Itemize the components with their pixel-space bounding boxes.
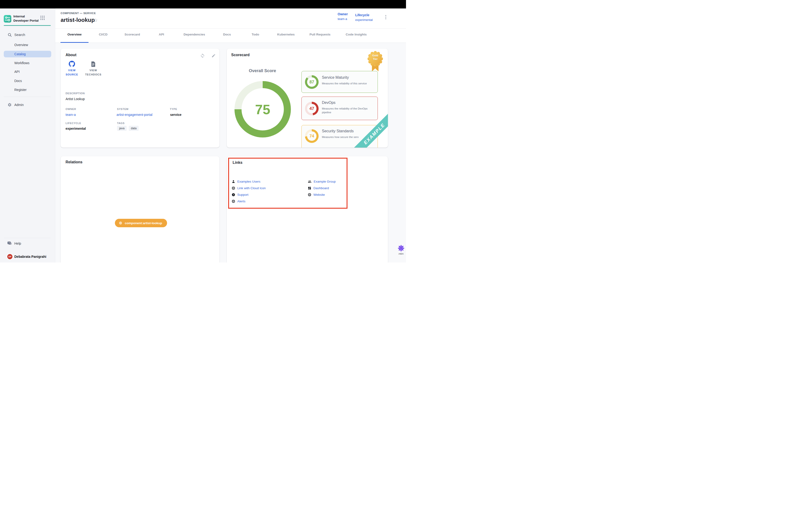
tag-chip[interactable]: java (117, 126, 127, 131)
devops-score: 47 (307, 104, 317, 113)
tag-chip[interactable]: data (129, 126, 139, 131)
sidebar-item-docs[interactable]: Docs (14, 79, 22, 83)
avatar-initials: DP (9, 255, 12, 258)
help-chat-icon: ? (7, 241, 12, 245)
document-icon (90, 61, 96, 67)
tab-todo[interactable]: Todo (251, 33, 259, 36)
search-icon (8, 33, 12, 37)
scorecard-title: Scorecard (231, 53, 249, 57)
aida-widget[interactable]: AIDA (397, 245, 405, 255)
overall-score-value: 75 (242, 88, 284, 131)
breadcrumb: COMPONENT — SERVICE (61, 12, 96, 15)
owner-value-link[interactable]: team-a (338, 17, 347, 21)
page-title: artist-lookup (61, 17, 95, 23)
sidebar-divider (4, 96, 51, 97)
owner-label: Owner (338, 12, 348, 16)
owner-block: Owner team-a (338, 12, 348, 21)
relations-title: Relations (65, 160, 82, 164)
svg-text:?: ? (9, 242, 10, 244)
kebab-menu-icon[interactable] (384, 14, 387, 20)
flower-icon (398, 245, 404, 252)
view-techdocs-line1: VIEW (83, 69, 103, 72)
overall-score-label: Overall Score (239, 69, 286, 73)
system-field-value[interactable]: artist-engagement-portal (117, 113, 153, 117)
sidebar-item-help[interactable]: Help (14, 242, 21, 245)
sidebar-item-catalog[interactable]: Catalog (14, 52, 26, 56)
tags-list: java data (117, 126, 139, 131)
tab-docs[interactable]: Docs (223, 33, 231, 36)
tier-description: Measures the reliability of the DevOps p… (322, 107, 368, 114)
sidebar-search[interactable]: Search (14, 33, 25, 37)
sidebar-item-admin[interactable]: Admin (14, 103, 24, 107)
tier-title: Security Standards (322, 129, 354, 133)
chip-icon (119, 221, 122, 225)
tab-cicd[interactable]: CI/CD (99, 33, 108, 36)
app-title: Internal Developer Portal (13, 14, 40, 23)
owner-field-value[interactable]: team-a (65, 113, 76, 117)
sidebar-selected-pill[interactable] (4, 51, 51, 57)
user-name[interactable]: Debabrata Panigrahi (14, 255, 46, 258)
tab-kubernetes[interactable]: Kubernetes (277, 33, 295, 36)
tab-dependencies[interactable]: Dependencies (184, 33, 205, 36)
sidebar-item-register[interactable]: Register (14, 88, 27, 92)
links-highlight-box (228, 158, 348, 209)
view-techdocs-line2: TECHDOCS (83, 73, 103, 76)
about-card: About VIEW SOURCE VIEW TECHDOCS DESCRIPT… (61, 49, 219, 148)
gold-tier-badge: Gold Tier (367, 50, 384, 72)
lifecycle-value-link[interactable]: experimental (355, 18, 373, 21)
description-value: Artist Lookup (65, 97, 85, 101)
badge-line2: Tier (368, 57, 383, 61)
active-tab-underline (60, 42, 89, 43)
about-title: About (65, 53, 76, 57)
tab-api[interactable]: API (159, 33, 164, 36)
top-black-bar (0, 0, 406, 9)
relations-card: Relations component:artist-lookup (61, 156, 219, 262)
tier-title: DevOps (322, 101, 336, 105)
user-avatar[interactable]: DP (7, 254, 13, 259)
owner-field-label: OWNER (65, 108, 76, 110)
service-maturity-score: 87 (307, 77, 317, 87)
lifecycle-field-value: experimental (65, 127, 86, 131)
lifecycle-field-label: LIFECYCLE (65, 122, 81, 124)
aida-label: AIDA (397, 252, 405, 255)
tags-field-label: TAGS (117, 122, 124, 124)
sidebar-item-api[interactable]: API (14, 70, 20, 74)
tab-code-insights[interactable]: Code Insights (346, 33, 367, 36)
view-techdocs-button[interactable]: VIEW TECHDOCS (83, 61, 103, 76)
refresh-icon[interactable] (200, 53, 205, 58)
description-label: DESCRIPTION (65, 92, 85, 95)
relations-node-label: component:artist-lookup (125, 221, 162, 225)
system-field-label: SYSTEM (117, 108, 128, 110)
type-field-value: service (170, 113, 181, 117)
tab-pull-requests[interactable]: Pull Requests (309, 33, 330, 36)
star-outline-icon[interactable]: ☆ (93, 17, 98, 23)
app-logo (4, 15, 11, 22)
apps-grid-icon[interactable] (41, 16, 45, 20)
sidebar-item-overview[interactable]: Overview (14, 43, 28, 47)
gear-icon (7, 103, 12, 107)
tier-card-service-maturity[interactable]: 87 Service Maturity Measures the reliabi… (302, 71, 378, 93)
tier-title: Service Maturity (322, 75, 349, 80)
view-source-line1: VIEW (65, 69, 79, 72)
tier-card-devops[interactable]: 47 DevOps Measures the reliability of th… (302, 96, 378, 120)
tier-description: Measures the reliability of this service (322, 81, 376, 85)
view-source-button[interactable]: VIEW SOURCE (65, 61, 79, 76)
sidebar-item-workflows[interactable]: Workflows (14, 61, 29, 65)
github-icon (68, 61, 75, 67)
sidebar-accent-rule (4, 25, 51, 26)
edit-pencil-icon[interactable] (212, 54, 216, 58)
circuit-logo-icon (4, 15, 11, 22)
tab-scorecard[interactable]: Scorecard (124, 33, 140, 36)
scorecard-card: Scorecard Gold Tier Overall Score (227, 49, 388, 148)
type-field-label: TYPE (170, 108, 177, 110)
view-source-line2: SOURCE (65, 73, 79, 76)
badge-line1: Gold (368, 54, 383, 57)
tab-overview[interactable]: Overview (67, 33, 81, 36)
lifecycle-block: Lifecycle experimental (355, 13, 373, 22)
entity-header (55, 9, 406, 29)
relations-node[interactable]: component:artist-lookup (115, 219, 167, 227)
lifecycle-label: Lifecycle (355, 13, 373, 17)
security-standards-score: 74 (307, 131, 317, 141)
